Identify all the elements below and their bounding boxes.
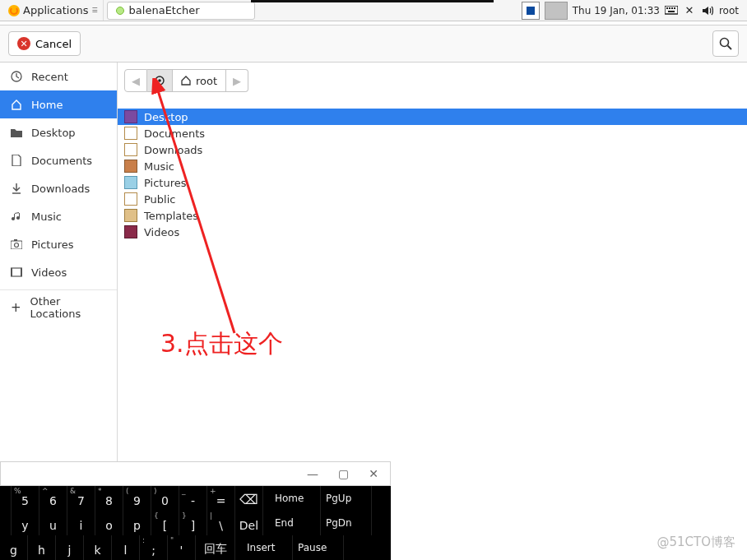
svg-line-7	[728, 46, 732, 50]
sidebar-item-label: Home	[31, 99, 63, 111]
notification-icon[interactable]: ✕	[683, 4, 696, 17]
camera-icon	[10, 238, 23, 251]
file-row[interactable]: Videos	[118, 224, 747, 240]
sidebar-item-recent[interactable]: Recent	[0, 62, 117, 90]
key-l[interactable]: l	[112, 535, 140, 560]
svg-rect-1	[666, 7, 668, 9]
os-panel: Applications ☰ balenaEtcher Thu 19 Jan, …	[0, 0, 747, 21]
svg-rect-0	[665, 6, 678, 14]
key-i[interactable]: i	[67, 511, 95, 535]
osk-titlebar: — ▢ ✕	[0, 461, 391, 486]
path-back-button[interactable]: ◀	[124, 69, 147, 92]
download-icon	[10, 182, 23, 195]
key-pgup[interactable]: PgUp	[321, 486, 372, 511]
file-row[interactable]: Documents	[118, 125, 747, 141]
path-location-button[interactable]	[147, 69, 173, 92]
key-minus[interactable]: _-	[179, 486, 207, 511]
sidebar-item-downloads[interactable]: Downloads	[0, 174, 117, 202]
folder-icon	[124, 192, 137, 206]
sidebar-item-label: Music	[31, 211, 62, 223]
path-segment-label: root	[196, 75, 217, 87]
file-row[interactable]: Templates	[118, 207, 747, 224]
sidebar-item-label: Documents	[31, 155, 92, 167]
file-name: Templates	[144, 210, 198, 222]
sidebar-item-pictures[interactable]: Pictures	[0, 230, 117, 258]
sidebar-item-home[interactable]: Home	[0, 90, 117, 118]
key-o[interactable]: o	[95, 511, 123, 535]
file-name: Public	[144, 193, 175, 206]
svg-point-10	[15, 243, 19, 248]
key-9[interactable]: (9	[123, 486, 151, 511]
volume-icon[interactable]	[701, 4, 714, 17]
sidebar-item-other-locations[interactable]: + Other Locations	[0, 294, 117, 322]
home-icon	[181, 76, 191, 86]
osk-maximize-button[interactable]: ▢	[338, 467, 349, 480]
key-5[interactable]: %5	[12, 486, 39, 511]
key-backspace[interactable]: ⌫	[235, 486, 263, 511]
taskbar-app-balenaetcher[interactable]: balenaEtcher	[107, 2, 255, 20]
key-p[interactable]: p	[123, 511, 151, 535]
key-bracket-l[interactable]: {[	[151, 511, 179, 535]
key-enter[interactable]: 回车	[196, 535, 235, 560]
path-bar: ◀ root ▶	[118, 62, 747, 99]
sidebar-item-documents[interactable]: Documents	[0, 146, 117, 174]
cancel-button[interactable]: ✕ Cancel	[8, 31, 81, 56]
sidebar-item-music[interactable]: Music	[0, 202, 117, 230]
keyboard-icon[interactable]	[665, 4, 678, 17]
folder-icon	[124, 110, 137, 123]
file-name: Documents	[144, 127, 205, 140]
search-button[interactable]	[712, 30, 739, 57]
file-name: Videos	[144, 226, 179, 238]
key-del[interactable]: Del	[235, 511, 263, 535]
key-8[interactable]: *8	[95, 486, 123, 511]
sidebar-item-videos[interactable]: Videos	[0, 258, 117, 286]
clock[interactable]: Thu 19 Jan, 01:33	[573, 5, 660, 16]
file-row[interactable]: Pictures	[118, 174, 747, 191]
applications-label: Applications	[23, 4, 88, 16]
system-tray: Thu 19 Jan, 01:33 ✕ root	[522, 2, 744, 20]
key-k[interactable]: k	[84, 535, 112, 560]
file-name: Desktop	[144, 111, 188, 123]
file-row[interactable]: Desktop	[118, 109, 747, 125]
key-6[interactable]: ^6	[39, 486, 67, 511]
sidebar-item-label: Downloads	[31, 183, 90, 195]
sidebar-item-label: Other Locations	[30, 295, 107, 320]
key-home[interactable]: Home	[270, 486, 321, 511]
key-h[interactable]: h	[28, 535, 56, 560]
osk-close-button[interactable]: ✕	[369, 467, 378, 480]
applications-menu[interactable]: Applications ☰	[3, 0, 104, 21]
annotation-text: 3.点击这个	[160, 327, 283, 361]
file-row[interactable]: Public	[118, 191, 747, 207]
osk-minimize-button[interactable]: —	[307, 467, 318, 480]
chevron-icon: ☰	[91, 7, 97, 14]
path-forward-button[interactable]: ▶	[226, 69, 248, 92]
sidebar-item-label: Recent	[31, 71, 68, 83]
sidebar-item-desktop[interactable]: Desktop	[0, 118, 117, 146]
svg-rect-4	[674, 7, 675, 9]
key-backslash[interactable]: |\	[207, 511, 235, 535]
key-g[interactable]: g	[0, 535, 28, 560]
file-row[interactable]: Downloads	[118, 141, 747, 158]
key-equals[interactable]: +=	[207, 486, 235, 511]
key-edge[interactable]	[0, 511, 12, 535]
show-desktop-icon[interactable]	[522, 2, 540, 20]
key-7[interactable]: &7	[67, 486, 95, 511]
key-pause[interactable]: Pause	[293, 535, 344, 560]
key-y[interactable]: y	[12, 511, 39, 535]
key-quote[interactable]: "'	[168, 535, 196, 560]
key-bracket-r[interactable]: }]	[179, 511, 207, 535]
file-row[interactable]: Music	[118, 158, 747, 174]
user-label[interactable]: root	[719, 5, 739, 16]
key-0[interactable]: )0	[151, 486, 179, 511]
path-segment-root[interactable]: root	[173, 69, 226, 92]
key-semicolon[interactable]: :;	[140, 535, 168, 560]
key-u[interactable]: u	[39, 511, 67, 535]
key-insert[interactable]: Insert	[242, 535, 293, 560]
osk-row: g h j k l :; "' 回车 Insert Pause	[0, 535, 391, 560]
key-pgdn[interactable]: PgDn	[321, 511, 372, 535]
key-j[interactable]: j	[56, 535, 84, 560]
key-edge[interactable]	[0, 486, 12, 511]
key-end[interactable]: End	[270, 511, 321, 535]
file-list[interactable]: Desktop Documents Downloads Music Pictur…	[118, 109, 747, 240]
app-icon	[116, 7, 124, 15]
